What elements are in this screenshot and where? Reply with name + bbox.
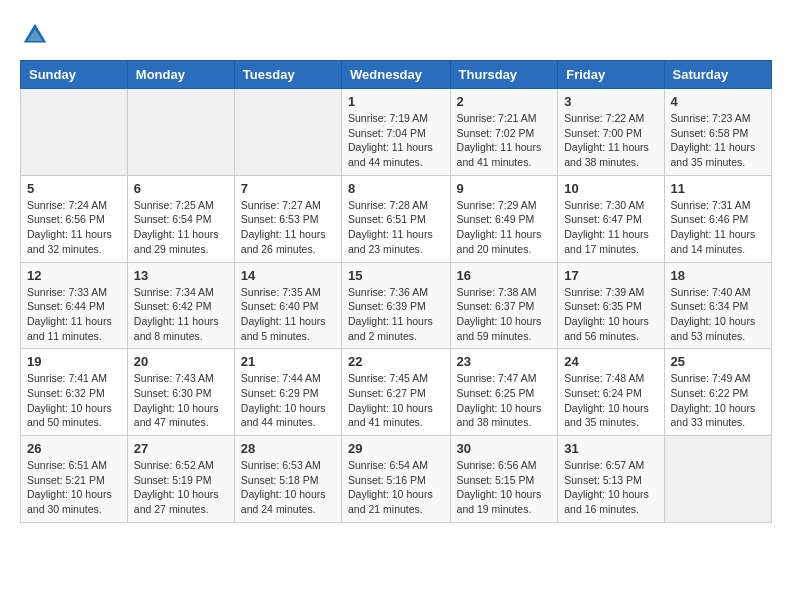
day-info: Sunrise: 6:56 AM Sunset: 5:15 PM Dayligh… (457, 458, 552, 517)
day-info: Sunrise: 7:27 AM Sunset: 6:53 PM Dayligh… (241, 198, 335, 257)
calendar-cell: 28Sunrise: 6:53 AM Sunset: 5:18 PM Dayli… (234, 436, 341, 523)
calendar-cell: 12Sunrise: 7:33 AM Sunset: 6:44 PM Dayli… (21, 262, 128, 349)
logo (20, 20, 54, 50)
calendar-cell: 3Sunrise: 7:22 AM Sunset: 7:00 PM Daylig… (558, 89, 664, 176)
day-info: Sunrise: 7:25 AM Sunset: 6:54 PM Dayligh… (134, 198, 228, 257)
calendar-cell: 20Sunrise: 7:43 AM Sunset: 6:30 PM Dayli… (127, 349, 234, 436)
day-number: 24 (564, 354, 657, 369)
day-info: Sunrise: 7:47 AM Sunset: 6:25 PM Dayligh… (457, 371, 552, 430)
day-number: 29 (348, 441, 444, 456)
day-info: Sunrise: 7:19 AM Sunset: 7:04 PM Dayligh… (348, 111, 444, 170)
day-number: 28 (241, 441, 335, 456)
calendar-cell: 15Sunrise: 7:36 AM Sunset: 6:39 PM Dayli… (342, 262, 451, 349)
weekday-header-thursday: Thursday (450, 61, 558, 89)
weekday-header-wednesday: Wednesday (342, 61, 451, 89)
day-number: 2 (457, 94, 552, 109)
weekday-header-tuesday: Tuesday (234, 61, 341, 89)
calendar-cell (21, 89, 128, 176)
day-number: 11 (671, 181, 765, 196)
weekday-header-monday: Monday (127, 61, 234, 89)
day-number: 21 (241, 354, 335, 369)
calendar-cell: 7Sunrise: 7:27 AM Sunset: 6:53 PM Daylig… (234, 175, 341, 262)
week-row-3: 12Sunrise: 7:33 AM Sunset: 6:44 PM Dayli… (21, 262, 772, 349)
day-number: 5 (27, 181, 121, 196)
day-number: 10 (564, 181, 657, 196)
weekday-header-saturday: Saturday (664, 61, 771, 89)
calendar-cell: 17Sunrise: 7:39 AM Sunset: 6:35 PM Dayli… (558, 262, 664, 349)
calendar-cell: 13Sunrise: 7:34 AM Sunset: 6:42 PM Dayli… (127, 262, 234, 349)
day-info: Sunrise: 7:49 AM Sunset: 6:22 PM Dayligh… (671, 371, 765, 430)
calendar-cell: 31Sunrise: 6:57 AM Sunset: 5:13 PM Dayli… (558, 436, 664, 523)
week-row-4: 19Sunrise: 7:41 AM Sunset: 6:32 PM Dayli… (21, 349, 772, 436)
calendar-cell: 21Sunrise: 7:44 AM Sunset: 6:29 PM Dayli… (234, 349, 341, 436)
calendar-cell: 2Sunrise: 7:21 AM Sunset: 7:02 PM Daylig… (450, 89, 558, 176)
day-number: 1 (348, 94, 444, 109)
day-info: Sunrise: 6:54 AM Sunset: 5:16 PM Dayligh… (348, 458, 444, 517)
day-number: 14 (241, 268, 335, 283)
calendar: SundayMondayTuesdayWednesdayThursdayFrid… (20, 60, 772, 523)
day-number: 17 (564, 268, 657, 283)
day-number: 30 (457, 441, 552, 456)
weekday-header-row: SundayMondayTuesdayWednesdayThursdayFrid… (21, 61, 772, 89)
day-number: 15 (348, 268, 444, 283)
day-info: Sunrise: 6:52 AM Sunset: 5:19 PM Dayligh… (134, 458, 228, 517)
day-number: 3 (564, 94, 657, 109)
calendar-cell: 27Sunrise: 6:52 AM Sunset: 5:19 PM Dayli… (127, 436, 234, 523)
day-number: 19 (27, 354, 121, 369)
logo-icon (20, 20, 50, 50)
day-info: Sunrise: 7:39 AM Sunset: 6:35 PM Dayligh… (564, 285, 657, 344)
week-row-2: 5Sunrise: 7:24 AM Sunset: 6:56 PM Daylig… (21, 175, 772, 262)
day-info: Sunrise: 7:34 AM Sunset: 6:42 PM Dayligh… (134, 285, 228, 344)
day-number: 31 (564, 441, 657, 456)
day-info: Sunrise: 7:48 AM Sunset: 6:24 PM Dayligh… (564, 371, 657, 430)
day-info: Sunrise: 7:35 AM Sunset: 6:40 PM Dayligh… (241, 285, 335, 344)
day-number: 6 (134, 181, 228, 196)
calendar-cell: 19Sunrise: 7:41 AM Sunset: 6:32 PM Dayli… (21, 349, 128, 436)
day-info: Sunrise: 7:40 AM Sunset: 6:34 PM Dayligh… (671, 285, 765, 344)
day-info: Sunrise: 7:31 AM Sunset: 6:46 PM Dayligh… (671, 198, 765, 257)
calendar-cell: 29Sunrise: 6:54 AM Sunset: 5:16 PM Dayli… (342, 436, 451, 523)
calendar-cell: 23Sunrise: 7:47 AM Sunset: 6:25 PM Dayli… (450, 349, 558, 436)
day-number: 12 (27, 268, 121, 283)
calendar-cell: 22Sunrise: 7:45 AM Sunset: 6:27 PM Dayli… (342, 349, 451, 436)
calendar-cell (234, 89, 341, 176)
week-row-1: 1Sunrise: 7:19 AM Sunset: 7:04 PM Daylig… (21, 89, 772, 176)
day-info: Sunrise: 6:51 AM Sunset: 5:21 PM Dayligh… (27, 458, 121, 517)
page-header (20, 20, 772, 50)
calendar-cell: 5Sunrise: 7:24 AM Sunset: 6:56 PM Daylig… (21, 175, 128, 262)
day-info: Sunrise: 7:21 AM Sunset: 7:02 PM Dayligh… (457, 111, 552, 170)
calendar-cell (664, 436, 771, 523)
calendar-cell: 30Sunrise: 6:56 AM Sunset: 5:15 PM Dayli… (450, 436, 558, 523)
day-number: 20 (134, 354, 228, 369)
day-info: Sunrise: 7:23 AM Sunset: 6:58 PM Dayligh… (671, 111, 765, 170)
day-info: Sunrise: 7:24 AM Sunset: 6:56 PM Dayligh… (27, 198, 121, 257)
day-info: Sunrise: 7:38 AM Sunset: 6:37 PM Dayligh… (457, 285, 552, 344)
calendar-cell: 6Sunrise: 7:25 AM Sunset: 6:54 PM Daylig… (127, 175, 234, 262)
calendar-cell (127, 89, 234, 176)
day-number: 27 (134, 441, 228, 456)
day-info: Sunrise: 7:30 AM Sunset: 6:47 PM Dayligh… (564, 198, 657, 257)
day-number: 26 (27, 441, 121, 456)
calendar-cell: 16Sunrise: 7:38 AM Sunset: 6:37 PM Dayli… (450, 262, 558, 349)
day-info: Sunrise: 7:33 AM Sunset: 6:44 PM Dayligh… (27, 285, 121, 344)
calendar-cell: 11Sunrise: 7:31 AM Sunset: 6:46 PM Dayli… (664, 175, 771, 262)
calendar-cell: 24Sunrise: 7:48 AM Sunset: 6:24 PM Dayli… (558, 349, 664, 436)
day-info: Sunrise: 6:57 AM Sunset: 5:13 PM Dayligh… (564, 458, 657, 517)
calendar-cell: 8Sunrise: 7:28 AM Sunset: 6:51 PM Daylig… (342, 175, 451, 262)
day-number: 22 (348, 354, 444, 369)
calendar-cell: 14Sunrise: 7:35 AM Sunset: 6:40 PM Dayli… (234, 262, 341, 349)
calendar-cell: 9Sunrise: 7:29 AM Sunset: 6:49 PM Daylig… (450, 175, 558, 262)
day-number: 25 (671, 354, 765, 369)
calendar-cell: 1Sunrise: 7:19 AM Sunset: 7:04 PM Daylig… (342, 89, 451, 176)
day-info: Sunrise: 7:44 AM Sunset: 6:29 PM Dayligh… (241, 371, 335, 430)
day-number: 23 (457, 354, 552, 369)
weekday-header-friday: Friday (558, 61, 664, 89)
day-number: 16 (457, 268, 552, 283)
day-info: Sunrise: 7:45 AM Sunset: 6:27 PM Dayligh… (348, 371, 444, 430)
calendar-cell: 10Sunrise: 7:30 AM Sunset: 6:47 PM Dayli… (558, 175, 664, 262)
day-info: Sunrise: 7:22 AM Sunset: 7:00 PM Dayligh… (564, 111, 657, 170)
day-info: Sunrise: 7:29 AM Sunset: 6:49 PM Dayligh… (457, 198, 552, 257)
day-number: 18 (671, 268, 765, 283)
day-number: 8 (348, 181, 444, 196)
day-number: 4 (671, 94, 765, 109)
